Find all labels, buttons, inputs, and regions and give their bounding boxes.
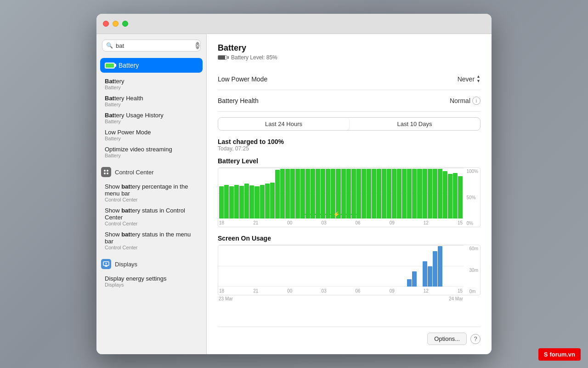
battery-bar <box>260 185 265 218</box>
x-label: 12 <box>424 288 429 293</box>
options-button[interactable]: Options... <box>427 333 467 345</box>
screen-bar <box>423 261 427 287</box>
y-label: 0% <box>466 221 478 226</box>
x-label: 09 <box>390 220 395 225</box>
battery-bar <box>392 169 396 218</box>
sidebar: 🔍 ✕ Battery Battery Battery <box>96 34 207 354</box>
time-range-toggle[interactable]: Last 24 Hours Last 10 Days <box>218 117 481 131</box>
date-label: 23 Mar <box>219 296 233 301</box>
x-label: 06 <box>356 220 361 225</box>
x-label: 15 <box>458 220 463 225</box>
item-sub: Battery <box>105 85 198 90</box>
battery-level-chart-title: Battery Level <box>218 157 481 165</box>
x-label: 03 <box>321 220 326 225</box>
list-item[interactable]: Battery Usage History Battery <box>100 109 203 126</box>
search-clear-button[interactable]: ✕ <box>196 42 199 49</box>
charged-info: Last charged to 100% Today, 07:25 <box>218 138 481 152</box>
screen-x-labels: 18 21 00 03 06 09 12 15 <box>218 287 464 295</box>
battery-bar <box>417 169 422 218</box>
x-label: 06 <box>356 288 361 293</box>
displays-label: Displays <box>115 261 137 268</box>
info-button[interactable]: i <box>472 97 481 105</box>
stepper-down[interactable]: ▼ <box>476 79 481 83</box>
item-title: Show battery status in Control Center <box>105 207 198 221</box>
main-content: Battery Battery Level: 85% Low Power Mod… <box>207 34 492 354</box>
battery-bar <box>412 169 417 218</box>
battery-small-icon <box>218 55 229 60</box>
battery-bar <box>239 186 244 218</box>
date-label: 24 Mar <box>449 296 463 301</box>
list-item[interactable]: Battery Health Battery <box>100 92 203 109</box>
search-box: 🔍 ✕ <box>102 40 201 52</box>
list-item[interactable]: Battery Battery <box>100 75 203 92</box>
item-title: Low Power Mode <box>105 129 198 136</box>
item-sub: Control Center <box>105 221 198 226</box>
low-power-mode-value[interactable]: Never ▲ ▼ <box>458 75 481 83</box>
last-24-hours-button[interactable]: Last 24 Hours <box>218 118 349 130</box>
list-item[interactable]: Show battery status in Control Center Co… <box>100 205 203 229</box>
list-item[interactable]: Optimize video streaming Battery <box>100 144 203 161</box>
y-label: 0m <box>469 289 478 294</box>
battery-bar <box>290 169 295 218</box>
y-label: 60m <box>469 246 478 251</box>
screen-on-chart-title: Screen On Usage <box>218 235 481 242</box>
charging-line-left <box>305 214 332 215</box>
x-label: 09 <box>390 288 395 293</box>
battery-bar <box>234 185 239 218</box>
sidebar-active-label: Battery <box>119 62 139 69</box>
list-item[interactable]: Show battery percentage in the menu bar … <box>100 181 203 205</box>
stepper-up[interactable]: ▲ <box>476 75 481 79</box>
minimize-button[interactable] <box>113 21 119 27</box>
battery-bar <box>372 169 376 218</box>
search-input[interactable] <box>116 42 193 49</box>
x-label: 15 <box>458 288 463 293</box>
last-10-days-button[interactable]: Last 10 Days <box>349 118 480 130</box>
main-header: Battery Battery Level: 85% <box>218 43 481 61</box>
close-button[interactable] <box>103 21 109 27</box>
battery-bar <box>448 174 452 218</box>
list-item[interactable]: Low Power Mode Battery <box>100 126 203 144</box>
control-center-group: Show battery percentage in the menu bar … <box>96 179 206 254</box>
forum-badge: S forum.vn <box>538 348 581 361</box>
battery-bar <box>270 183 275 218</box>
item-title: Display energy settings <box>105 275 198 282</box>
svg-point-1 <box>107 170 108 172</box>
charging-indicator: ⚡ <box>305 211 359 218</box>
battery-bar <box>433 169 437 218</box>
list-item[interactable]: Show battery status in the menu bar Cont… <box>100 229 203 253</box>
battery-bar <box>387 169 391 218</box>
battery-health-row: Battery Health Normal i <box>218 90 481 112</box>
list-item[interactable]: Display energy settings Displays <box>100 273 203 290</box>
item-sub: Control Center <box>105 197 198 202</box>
battery-icon <box>105 63 115 69</box>
battery-bar <box>428 169 432 218</box>
low-power-mode-stepper[interactable]: ▲ ▼ <box>476 75 481 83</box>
battery-bar <box>407 169 412 218</box>
battery-bar <box>249 185 254 218</box>
battery-level-subtitle: Battery Level: 85% <box>218 54 481 61</box>
charged-title: Last charged to 100% <box>218 138 481 145</box>
battery-bar <box>362 169 366 218</box>
battery-bar <box>458 176 463 218</box>
x-label: 00 <box>287 288 292 293</box>
x-label: 12 <box>424 220 429 225</box>
screen-bar <box>412 271 417 287</box>
item-sub: Battery <box>105 153 198 158</box>
displays-group: Display energy settings Displays <box>96 271 206 292</box>
help-button[interactable]: ? <box>470 334 481 344</box>
battery-level-chart-section: Battery Level ⚡ 100% <box>218 157 481 227</box>
screen-bar <box>428 266 432 287</box>
battery-bar <box>367 169 371 218</box>
battery-bar <box>402 169 407 218</box>
screen-bar <box>433 251 437 287</box>
battery-tip <box>227 56 229 59</box>
battery-bar <box>254 186 259 218</box>
x-label: 03 <box>321 288 326 293</box>
maximize-button[interactable] <box>122 21 128 27</box>
item-sub: Displays <box>105 282 198 288</box>
sidebar-item-battery-active[interactable]: Battery <box>100 58 203 73</box>
control-center-icon <box>101 167 111 177</box>
screen-bar <box>407 279 412 287</box>
battery-bar <box>295 169 300 218</box>
battery-bar <box>423 169 427 218</box>
